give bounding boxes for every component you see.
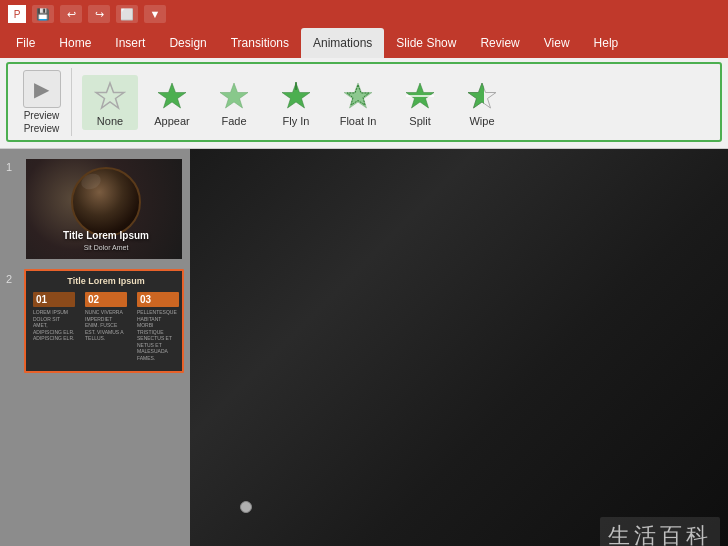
menu-animations[interactable]: Animations	[301, 28, 384, 58]
menu-bar: File Home Insert Design Transitions Anim…	[0, 28, 728, 58]
anim-split-label: Split	[409, 115, 430, 127]
anim-wipe-label: Wipe	[469, 115, 494, 127]
slide1-subtitle: Sit Dolor Amet	[26, 244, 184, 251]
menu-slideshow[interactable]: Slide Show	[384, 28, 468, 58]
print-preview-button[interactable]: ⬜	[116, 5, 138, 23]
main-area: 1 Title Lorem Ipsum Sit Dolor Amet 2 Tit…	[0, 149, 728, 546]
slide2-box-1: 01 LOREM IPSUM DOLOR SIT AMET, ADIPISCIN…	[30, 289, 78, 364]
anim-split[interactable]: Split	[392, 75, 448, 130]
anim-none-label: None	[97, 115, 123, 127]
fly-in-icon	[278, 78, 314, 114]
main-slide-bg	[190, 149, 728, 546]
menu-insert[interactable]: Insert	[103, 28, 157, 58]
box2-text: NUNC VIVERRA IMPERDIET ENIM. FUSCE EST. …	[85, 309, 127, 342]
slide2-title: Title Lorem Ipsum	[26, 271, 184, 289]
preview-label: Preview	[24, 110, 60, 121]
slide-num-1: 1	[6, 161, 18, 173]
menu-home[interactable]: Home	[47, 28, 103, 58]
redo-button[interactable]: ↪	[88, 5, 110, 23]
float-in-icon	[340, 78, 376, 114]
anim-appear-label: Appear	[154, 115, 189, 127]
app-icon: P	[8, 5, 26, 23]
slide-preview-2[interactable]: Title Lorem Ipsum 01 LOREM IPSUM DOLOR S…	[24, 269, 184, 373]
customize-button[interactable]: ▼	[144, 5, 166, 23]
anim-fade-label: Fade	[221, 115, 246, 127]
slide-thumb-1: 1 Title Lorem Ipsum Sit Dolor Amet	[6, 157, 184, 261]
slide-thumb-2: 2 Title Lorem Ipsum 01 LOREM IPSUM DOLOR…	[6, 269, 184, 373]
svg-marker-2	[220, 83, 248, 108]
anim-wipe[interactable]: Wipe	[454, 75, 510, 130]
menu-review[interactable]: Review	[468, 28, 531, 58]
anim-none[interactable]: None	[82, 75, 138, 130]
slide2-boxes: 01 LOREM IPSUM DOLOR SIT AMET, ADIPISCIN…	[26, 289, 184, 364]
menu-design[interactable]: Design	[157, 28, 218, 58]
anim-fade[interactable]: Fade	[206, 75, 262, 130]
svg-marker-0	[96, 83, 124, 108]
fade-icon	[216, 78, 252, 114]
watermark-chinese: 生活百科	[608, 521, 712, 546]
anim-float-in[interactable]: Float In	[330, 75, 386, 130]
watermark: 生活百科 www.bimeiz.com	[600, 517, 720, 546]
preview-group-label: Preview	[24, 123, 60, 134]
ribbon: ▶ Preview Preview None	[0, 58, 728, 149]
appear-icon	[154, 78, 190, 114]
slide-panel: 1 Title Lorem Ipsum Sit Dolor Amet 2 Tit…	[0, 149, 190, 546]
save-button[interactable]: 💾	[32, 5, 54, 23]
main-slide-view: 生活百科 www.bimeiz.com	[190, 149, 728, 546]
slide2-box-2: 02 NUNC VIVERRA IMPERDIET ENIM. FUSCE ES…	[82, 289, 130, 364]
menu-view[interactable]: View	[532, 28, 582, 58]
box1-header: 01	[33, 292, 75, 307]
animation-list: None Appear Fade	[82, 75, 510, 130]
undo-button[interactable]: ↩	[60, 5, 82, 23]
menu-transitions[interactable]: Transitions	[219, 28, 301, 58]
anim-flyin-label: Fly In	[283, 115, 310, 127]
menu-file[interactable]: File	[4, 28, 47, 58]
animation-handle[interactable]	[240, 501, 252, 513]
slide-preview-1[interactable]: Title Lorem Ipsum Sit Dolor Amet	[24, 157, 184, 261]
animations-ribbon: ▶ Preview Preview None	[6, 62, 722, 142]
slide1-title: Title Lorem Ipsum	[26, 230, 184, 241]
svg-marker-1	[158, 83, 186, 108]
title-bar: P 💾 ↩ ↪ ⬜ ▼	[0, 0, 728, 28]
box1-text: LOREM IPSUM DOLOR SIT AMET, ADIPISCING E…	[33, 309, 75, 342]
menu-help[interactable]: Help	[582, 28, 631, 58]
anim-floatin-label: Float In	[340, 115, 377, 127]
anim-appear[interactable]: Appear	[144, 75, 200, 130]
split-icon	[402, 78, 438, 114]
coffee-image	[71, 167, 141, 237]
preview-group: ▶ Preview Preview	[16, 68, 72, 136]
svg-marker-5	[344, 83, 372, 108]
box3-header: 03	[137, 292, 179, 307]
slide1-content: Title Lorem Ipsum Sit Dolor Amet	[26, 159, 184, 259]
anim-fly-in[interactable]: Fly In	[268, 75, 324, 130]
play-icon: ▶	[34, 77, 49, 101]
box2-header: 02	[85, 292, 127, 307]
slide2-content: Title Lorem Ipsum 01 LOREM IPSUM DOLOR S…	[26, 271, 184, 371]
box3-text: PELLENTESQUE HABITANT MORBI TRISTIQUE SE…	[137, 309, 179, 361]
slide-num-2: 2	[6, 273, 18, 285]
slide2-box-3: 03 PELLENTESQUE HABITANT MORBI TRISTIQUE…	[134, 289, 182, 364]
wipe-icon	[464, 78, 500, 114]
none-icon	[92, 78, 128, 114]
preview-button[interactable]: ▶	[23, 70, 61, 108]
